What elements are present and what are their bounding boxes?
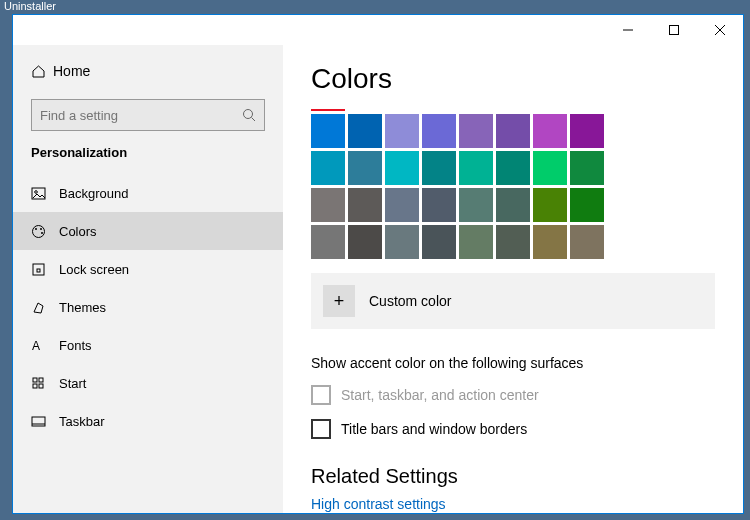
sidebar-item-colors[interactable]: Colors <box>13 212 283 250</box>
svg-point-9 <box>35 228 37 230</box>
color-swatch[interactable] <box>422 151 456 185</box>
checkbox-label: Title bars and window borders <box>341 421 527 437</box>
image-icon <box>31 186 59 201</box>
color-swatch[interactable] <box>459 225 493 259</box>
sidebar-item-themes[interactable]: Themes <box>13 288 283 326</box>
content-pane[interactable]: Colors + Custom color Show accent color … <box>283 45 743 513</box>
svg-rect-19 <box>32 417 45 426</box>
maximize-button[interactable] <box>651 15 697 45</box>
svg-point-10 <box>40 228 42 230</box>
checkbox-label: Start, taskbar, and action center <box>341 387 539 403</box>
color-swatch[interactable] <box>570 151 604 185</box>
desktop-window-label: Uninstaller <box>0 0 750 14</box>
svg-line-5 <box>252 118 256 122</box>
color-swatch[interactable] <box>422 225 456 259</box>
color-swatch[interactable] <box>496 188 530 222</box>
checkbox-icon <box>311 385 331 405</box>
themes-icon <box>31 300 59 315</box>
color-swatch[interactable] <box>533 225 567 259</box>
color-swatch[interactable] <box>533 188 567 222</box>
start-icon <box>31 376 59 391</box>
custom-color-row[interactable]: + Custom color <box>311 273 715 329</box>
fonts-icon: A <box>31 338 59 353</box>
sidebar-item-background[interactable]: Background <box>13 174 283 212</box>
plus-icon: + <box>323 285 355 317</box>
color-swatch[interactable] <box>459 114 493 148</box>
checkbox-titlebars[interactable]: Title bars and window borders <box>311 419 715 439</box>
svg-point-8 <box>33 225 45 237</box>
color-swatch[interactable] <box>459 188 493 222</box>
color-swatch[interactable] <box>570 225 604 259</box>
svg-point-7 <box>35 190 38 193</box>
color-swatch-grid <box>311 114 715 259</box>
color-swatch[interactable] <box>348 151 382 185</box>
color-swatch[interactable] <box>385 188 419 222</box>
color-swatch[interactable] <box>311 225 345 259</box>
color-swatch[interactable] <box>385 151 419 185</box>
section-title: Personalization <box>13 145 283 174</box>
color-swatch[interactable] <box>570 114 604 148</box>
taskbar-icon <box>31 414 59 429</box>
color-swatch[interactable] <box>311 151 345 185</box>
settings-window: Settings Home Personalization Background… <box>12 14 744 514</box>
accent-indicator <box>311 109 345 111</box>
color-swatch[interactable] <box>459 151 493 185</box>
color-swatch[interactable] <box>496 151 530 185</box>
high-contrast-link[interactable]: High contrast settings <box>311 496 715 512</box>
search-box[interactable] <box>31 99 265 131</box>
color-swatch[interactable] <box>385 114 419 148</box>
minimize-button[interactable] <box>605 15 651 45</box>
page-title: Colors <box>311 63 715 95</box>
color-swatch[interactable] <box>311 114 345 148</box>
svg-rect-16 <box>39 378 43 382</box>
svg-rect-1 <box>670 26 679 35</box>
sidebar-item-label: Themes <box>59 300 106 315</box>
checkbox-start-taskbar: Start, taskbar, and action center <box>311 385 715 405</box>
home-icon <box>31 64 53 79</box>
checkbox-icon[interactable] <box>311 419 331 439</box>
svg-text:A: A <box>32 339 40 353</box>
color-swatch[interactable] <box>385 225 419 259</box>
color-swatch[interactable] <box>348 114 382 148</box>
svg-point-11 <box>41 232 43 234</box>
color-swatch[interactable] <box>496 225 530 259</box>
color-swatch[interactable] <box>311 188 345 222</box>
home-label: Home <box>53 63 90 79</box>
color-swatch[interactable] <box>570 188 604 222</box>
sidebar: Settings Home Personalization Background… <box>13 45 283 513</box>
search-icon <box>242 108 256 122</box>
color-swatch[interactable] <box>533 151 567 185</box>
svg-rect-13 <box>37 269 40 272</box>
sidebar-item-label: Background <box>59 186 128 201</box>
lockscreen-icon <box>31 262 59 277</box>
svg-point-4 <box>244 110 253 119</box>
sidebar-item-label: Start <box>59 376 86 391</box>
svg-rect-15 <box>33 378 37 382</box>
color-swatch[interactable] <box>422 114 456 148</box>
color-swatch[interactable] <box>348 188 382 222</box>
sidebar-item-label: Fonts <box>59 338 92 353</box>
accent-surfaces-heading: Show accent color on the following surfa… <box>311 355 715 371</box>
search-input[interactable] <box>40 108 242 123</box>
color-swatch[interactable] <box>533 114 567 148</box>
sidebar-item-lock-screen[interactable]: Lock screen <box>13 250 283 288</box>
sidebar-item-label: Taskbar <box>59 414 105 429</box>
custom-color-label: Custom color <box>369 293 451 309</box>
color-swatch[interactable] <box>496 114 530 148</box>
sidebar-item-fonts[interactable]: AFonts <box>13 326 283 364</box>
color-swatch[interactable] <box>422 188 456 222</box>
sidebar-item-start[interactable]: Start <box>13 364 283 402</box>
home-nav[interactable]: Home <box>13 51 283 91</box>
palette-icon <box>31 224 59 239</box>
svg-rect-17 <box>33 384 37 388</box>
sidebar-item-label: Colors <box>59 224 97 239</box>
close-button[interactable] <box>697 15 743 45</box>
svg-rect-18 <box>39 384 43 388</box>
titlebar <box>13 15 743 45</box>
sidebar-item-label: Lock screen <box>59 262 129 277</box>
sidebar-item-taskbar[interactable]: Taskbar <box>13 402 283 440</box>
related-heading: Related Settings <box>311 465 715 488</box>
color-swatch[interactable] <box>348 225 382 259</box>
